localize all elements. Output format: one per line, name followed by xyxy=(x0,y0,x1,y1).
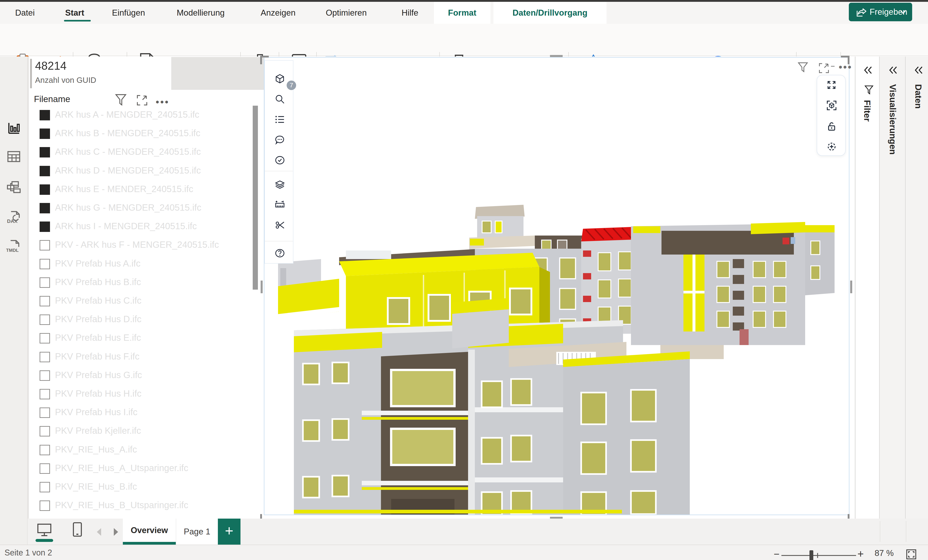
slicer-item[interactable]: PKV_RIE_Hus_B.ifc xyxy=(29,482,262,496)
menu-hilfe[interactable]: Hilfe xyxy=(401,2,418,24)
checkbox-unchecked[interactable] xyxy=(40,426,50,436)
viewer-list-icon[interactable] xyxy=(275,114,285,124)
page-next-arrow[interactable] xyxy=(114,528,118,536)
pan-icon[interactable] xyxy=(826,142,837,152)
resize-handle-left[interactable] xyxy=(261,281,263,293)
slicer-focus-icon[interactable] xyxy=(136,95,148,106)
lock-icon[interactable] xyxy=(826,121,837,131)
table-view-icon[interactable] xyxy=(7,150,21,163)
checkbox-checked[interactable] xyxy=(40,166,50,176)
checkbox-unchecked[interactable] xyxy=(40,333,50,343)
add-page-button[interactable]: + xyxy=(218,519,241,545)
mobile-layout-icon[interactable] xyxy=(72,522,82,537)
checkbox-unchecked[interactable] xyxy=(40,389,50,399)
checkbox-unchecked[interactable] xyxy=(40,407,50,418)
zoom-out-button[interactable]: − xyxy=(774,548,780,560)
viewer-search-icon[interactable] xyxy=(275,94,285,104)
slicer-item[interactable]: PKV - ARK hus F - MENGER_240515.ifc xyxy=(29,240,262,254)
resize-handle-right[interactable] xyxy=(850,281,852,293)
fit-model-icon[interactable] xyxy=(826,100,837,111)
page-tab-page1[interactable]: Page 1 xyxy=(176,519,218,545)
slicer-item[interactable]: ARK hus E - MENDER_240515.ifc xyxy=(29,185,262,198)
checkbox-unchecked[interactable] xyxy=(40,500,50,511)
slicer-item[interactable]: PKV Prefab Hus C.ifc xyxy=(29,296,262,310)
slicer-filter-icon[interactable] xyxy=(115,94,127,106)
slicer-item[interactable]: ARK hus D - MENGDER_240515.ifc xyxy=(29,166,262,179)
slicer-item[interactable]: PKV Prefab Hus H.ifc xyxy=(29,389,262,403)
3d-building-model[interactable] xyxy=(264,58,849,514)
filter-panel-collapsed[interactable]: Filter xyxy=(855,56,879,519)
viewer-help-icon[interactable] xyxy=(275,248,285,258)
menu-format-tab[interactable]: Format xyxy=(434,2,490,24)
visual-focus-icon[interactable] xyxy=(818,63,829,73)
collapse-chevron-icon[interactable] xyxy=(863,65,873,75)
slicer-scrollbar[interactable] xyxy=(253,106,258,290)
slicer-more-options[interactable]: ••• xyxy=(156,96,169,108)
data-panel-collapsed[interactable]: Daten xyxy=(906,56,928,519)
desktop-layout-icon[interactable] xyxy=(37,523,52,537)
checkbox-checked[interactable] xyxy=(40,128,50,139)
checkbox-unchecked[interactable] xyxy=(40,371,50,381)
slicer-item[interactable]: ARK hus A - MENGDER_240515.ifc xyxy=(29,110,262,124)
checkbox-checked[interactable] xyxy=(40,185,50,195)
slicer-item[interactable]: PKV_RIE_Hus_B_Utsparinger.ifc xyxy=(29,500,262,514)
menu-daten-drill-tab[interactable]: Daten/Drillvorgang xyxy=(493,2,606,24)
checkbox-unchecked[interactable] xyxy=(40,278,50,288)
slicer-item[interactable]: PKV Prefab Hus F.ifc xyxy=(29,352,262,365)
viewer-status-icon[interactable] xyxy=(275,155,285,165)
card-visual[interactable]: 48214 Anzahl von GUID xyxy=(29,57,171,90)
slicer-item[interactable]: ARK hus I - MENGDER_240515.ifc xyxy=(29,221,262,235)
collapse-chevron-icon[interactable] xyxy=(888,65,898,75)
zoom-slider-track[interactable] xyxy=(781,555,856,556)
zoom-in-button[interactable]: + xyxy=(858,548,864,560)
slicer-item[interactable]: PKV_RIE_Hus_A.ifc xyxy=(29,445,262,458)
viewer-section-icon[interactable] xyxy=(275,220,285,230)
slicer-item[interactable]: PKV Prefab Hus B.ifc xyxy=(29,278,262,291)
slicer-item[interactable]: PKV_RIE_Hus_A_Utsparinger.ifc xyxy=(29,463,262,477)
share-button[interactable]: Freigeben xyxy=(849,3,912,21)
filename-slicer[interactable]: Filename ••• ARK hus A - MENGDER_240515.… xyxy=(29,90,262,516)
slicer-item[interactable]: PKV Prefab Hus I.ifc xyxy=(29,407,262,421)
menu-modellierung[interactable]: Modellierung xyxy=(177,2,224,24)
checkbox-checked[interactable] xyxy=(40,221,50,232)
report-view-icon[interactable] xyxy=(8,122,21,134)
checkbox-checked[interactable] xyxy=(40,110,50,121)
checkbox-checked[interactable] xyxy=(40,203,50,214)
resize-handle-top[interactable] xyxy=(550,55,563,57)
checkbox-unchecked[interactable] xyxy=(40,482,50,492)
viewer-measure-icon[interactable] xyxy=(275,200,285,209)
slicer-item[interactable]: ARK hus B - MENGDER_240515.ifc xyxy=(29,128,262,142)
slicer-item[interactable]: PKV Prefab Hus A.ifc xyxy=(29,259,262,272)
tmdl-view-icon[interactable]: TMDL xyxy=(6,240,21,253)
slicer-item[interactable]: PKV Prefab Hus G.ifc xyxy=(29,371,262,384)
zoom-slider-knob[interactable] xyxy=(809,550,813,560)
menu-datei[interactable]: Datei xyxy=(15,2,35,24)
slicer-item[interactable]: PKV Prefab Kjeller.ifc xyxy=(29,426,262,439)
checkbox-unchecked[interactable] xyxy=(40,314,50,325)
visual-filter-icon[interactable] xyxy=(797,61,809,73)
viewer-layers-icon[interactable] xyxy=(275,180,285,189)
checkbox-unchecked[interactable] xyxy=(40,463,50,474)
menu-einfuegen[interactable]: Einfügen xyxy=(112,2,145,24)
model-view-icon[interactable] xyxy=(6,180,21,194)
3d-viewer-visual[interactable]: 7 xyxy=(264,57,850,515)
checkbox-unchecked[interactable] xyxy=(40,240,50,250)
viewer-comment-icon[interactable] xyxy=(275,135,285,145)
models-icon[interactable] xyxy=(275,74,285,84)
menu-anzeigen[interactable]: Anzeigen xyxy=(261,2,295,24)
visual-more-options[interactable]: ••• xyxy=(839,61,852,73)
menu-optimieren[interactable]: Optimieren xyxy=(326,2,367,24)
slicer-item[interactable]: ARK hus G - MENGDER_240515.ifc xyxy=(29,203,262,217)
visualizations-panel-collapsed[interactable]: Visualisierungen xyxy=(879,56,905,519)
checkbox-unchecked[interactable] xyxy=(40,259,50,269)
dax-query-view-icon[interactable]: DAX xyxy=(6,211,21,224)
slicer-item[interactable]: PKV Prefab Hus E.ifc xyxy=(29,333,262,346)
checkbox-unchecked[interactable] xyxy=(40,445,50,455)
slicer-item[interactable]: ARK hus C - MENGDER_240515.ifc xyxy=(29,147,262,161)
slicer-item[interactable]: PKV Prefab Hus D.ifc xyxy=(29,314,262,328)
page-tab-overview[interactable]: Overview xyxy=(123,519,176,545)
page-prev-arrow[interactable] xyxy=(97,528,101,536)
fullscreen-icon[interactable] xyxy=(826,80,837,90)
checkbox-checked[interactable] xyxy=(40,147,50,157)
checkbox-unchecked[interactable] xyxy=(40,296,50,306)
